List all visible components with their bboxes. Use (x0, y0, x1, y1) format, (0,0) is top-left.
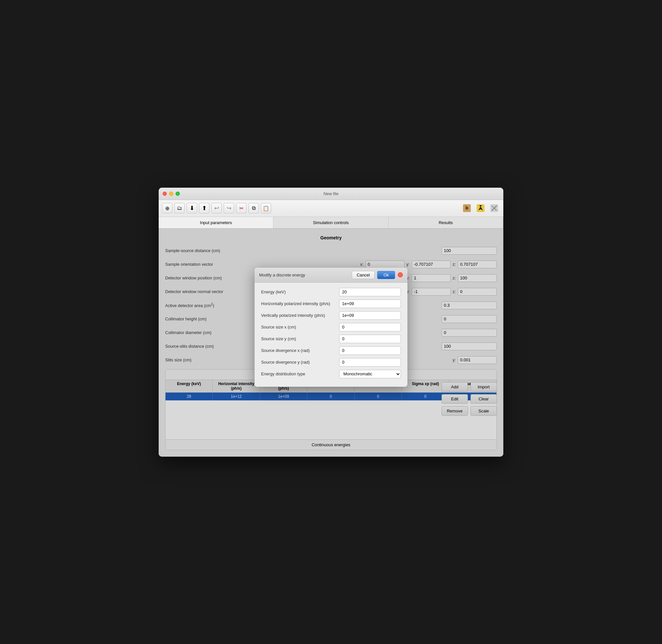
minimize-button[interactable] (169, 191, 173, 196)
cut-button[interactable]: ✂ (236, 203, 246, 213)
dialog-source-size-x-row: Source size x (cm) (261, 323, 401, 331)
dialog-source-size-y-label: Source size y (cm) (261, 336, 339, 341)
dialog-close-button[interactable] (398, 272, 403, 277)
dialog-source-div-y-input[interactable] (339, 358, 401, 367)
dialog-v-intensity-row: Vertically polarized intensity (ph/s) (261, 311, 401, 320)
dialog-overlay: Modify a discrete energy Cancel Ok Energ… (159, 229, 503, 457)
main-content: Geometry Sample-source distance (cm) Sam… (159, 229, 503, 457)
dialog-source-div-x-row: Source divergence x (rad) (261, 346, 401, 355)
save-up-button[interactable]: ⬆ (199, 203, 209, 213)
dialog-source-div-y-label: Source divergence y (rad) (261, 360, 339, 365)
dialog-v-intensity-input[interactable] (339, 311, 401, 320)
dialog-source-size-y-input[interactable] (339, 335, 401, 343)
copy-button[interactable]: ⧉ (249, 203, 259, 213)
radiation-icon-btn[interactable] (475, 202, 487, 214)
dialog-source-size-x-input[interactable] (339, 323, 401, 331)
redo-button[interactable]: ↪ (224, 203, 234, 213)
modify-discrete-energy-dialog: Modify a discrete energy Cancel Ok Energ… (255, 268, 407, 387)
dialog-cancel-button[interactable]: Cancel (352, 271, 375, 279)
dialog-body: Energy (keV) Horizontally polarized inte… (255, 283, 407, 387)
tab-input-parameters[interactable]: Input parameters (159, 217, 274, 228)
maximize-button[interactable] (175, 191, 180, 196)
tab-results[interactable]: Results (388, 217, 503, 228)
svg-text:⚙: ⚙ (465, 205, 467, 208)
dialog-titlebar: Modify a discrete energy Cancel Ok (255, 268, 407, 283)
dialog-buttons: Cancel Ok (352, 271, 403, 279)
dialog-source-div-y-row: Source divergence y (rad) (261, 358, 401, 367)
dialog-source-div-x-input[interactable] (339, 346, 401, 355)
new-button[interactable]: ⊕ (162, 203, 172, 213)
dialog-h-intensity-input[interactable] (339, 300, 401, 308)
main-window: New file ⊕ 🗂 ⬇ ⬆ ↩ ↪ ✂ ⧉ 📋 ⚙ (159, 188, 503, 457)
dialog-energy-row: Energy (keV) (261, 288, 401, 296)
dialog-energy-dist-row: Energy distribution type Monochromatic G… (261, 370, 401, 378)
window-title: New file (324, 191, 338, 196)
dialog-h-intensity-label: Horizontally polarized intensity (ph/s) (261, 301, 339, 306)
toolbar-right: ⚙ (461, 202, 500, 214)
dialog-energy-dist-select[interactable]: Monochromatic Gaussian Uniform (339, 370, 401, 378)
toolbar: ⊕ 🗂 ⬇ ⬆ ↩ ↪ ✂ ⧉ 📋 ⚙ (159, 200, 503, 217)
dialog-energy-input[interactable] (339, 288, 401, 296)
dialog-source-size-x-label: Source size x (cm) (261, 325, 339, 329)
close-button[interactable] (163, 191, 167, 196)
save-down-button[interactable]: ⬇ (187, 203, 197, 213)
dialog-source-size-y-row: Source size y (cm) (261, 335, 401, 343)
dialog-ok-button[interactable]: Ok (377, 271, 395, 279)
dialog-source-div-x-label: Source divergence x (rad) (261, 348, 339, 353)
dialog-h-intensity-row: Horizontally polarized intensity (ph/s) (261, 300, 401, 308)
settings-icon-btn[interactable]: ⚙ (461, 202, 473, 214)
dialog-energy-dist-label: Energy distribution type (261, 371, 339, 376)
undo-button[interactable]: ↩ (211, 203, 222, 213)
dialog-energy-label: Energy (keV) (261, 290, 339, 294)
traffic-lights (163, 191, 180, 196)
tools-icon-btn[interactable] (488, 202, 500, 214)
tabs: Input parameters Simulation controls Res… (159, 217, 503, 229)
titlebar: New file (159, 188, 503, 200)
paste-button[interactable]: 📋 (261, 203, 271, 213)
dialog-v-intensity-label: Vertically polarized intensity (ph/s) (261, 313, 339, 318)
tab-simulation-controls[interactable]: Simulation controls (274, 217, 388, 228)
open-button[interactable]: 🗂 (174, 203, 185, 213)
dialog-title: Modify a discrete energy (259, 273, 305, 277)
